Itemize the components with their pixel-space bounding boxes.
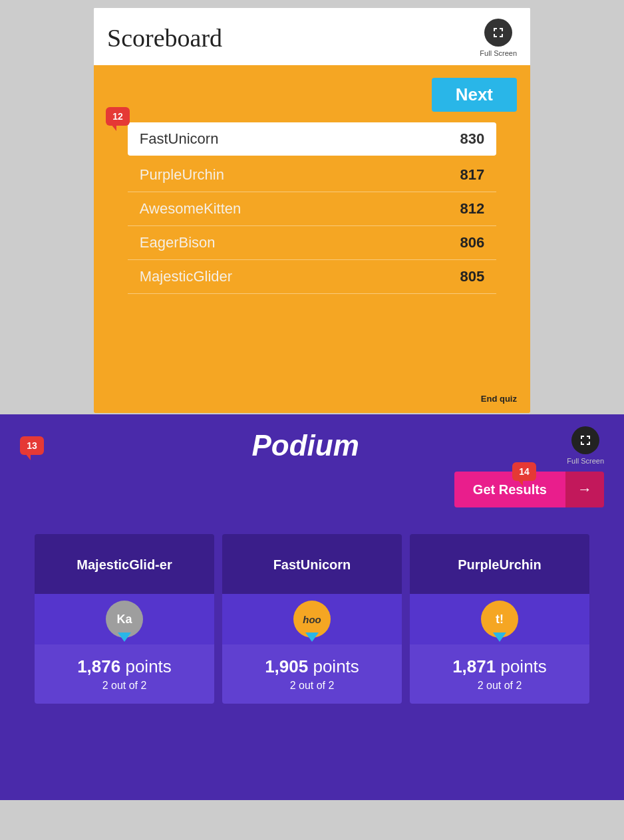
fullscreen-icon-podium xyxy=(571,426,599,454)
podium-out-of: 2 out of 2 xyxy=(229,680,395,692)
table-row: PurpleUrchin 817 xyxy=(128,158,496,192)
player-name: EagerBison xyxy=(140,234,216,251)
player-score: 817 xyxy=(460,166,484,184)
fullscreen-label-top: Full Screen xyxy=(480,49,517,57)
avatar: Ka xyxy=(106,601,143,638)
arrow-right-icon: → xyxy=(577,481,592,498)
medal-icon xyxy=(493,632,506,642)
next-button[interactable]: Next xyxy=(432,78,517,112)
table-row: EagerBison 806 xyxy=(128,226,496,260)
avatar-text: hoo xyxy=(303,614,321,625)
next-button-wrap: Next xyxy=(107,78,517,112)
badge-13: 13 xyxy=(20,436,44,455)
player-score: 806 xyxy=(460,234,484,251)
end-quiz-link[interactable]: End quiz xyxy=(481,394,517,404)
player-name: FastUnicorn xyxy=(140,130,219,148)
podium-points: 1,905 points xyxy=(229,656,395,677)
medal-icon xyxy=(118,632,131,642)
podium-title: Podium xyxy=(44,429,567,462)
podium-card-1st: FastUnicorn hoo 1,905 points 2 out of 2 xyxy=(222,534,402,704)
get-results-row: 14 Get Results → xyxy=(13,472,611,521)
fullscreen-button-podium[interactable]: Full Screen xyxy=(567,426,604,465)
podium-avatar-row: t! xyxy=(410,594,589,644)
player-score: 830 xyxy=(460,130,484,148)
badge-14: 14 xyxy=(512,462,536,481)
podium-card-2nd: MajesticGlid-er Ka 1,876 points 2 out of… xyxy=(35,534,214,704)
player-name: MajesticGlider xyxy=(140,268,232,285)
get-results-arrow-button[interactable]: → xyxy=(565,472,604,507)
fullscreen-button-top[interactable]: Full Screen xyxy=(480,19,517,57)
table-row: AwesomeKitten 812 xyxy=(128,192,496,226)
podium-avatar-row: hoo xyxy=(222,594,402,644)
scoreboard-title: Scoreboard xyxy=(107,23,222,53)
player-name: PurpleUrchin xyxy=(140,166,224,184)
table-row: MajesticGlider 805 xyxy=(128,260,496,294)
player-score: 812 xyxy=(460,200,484,217)
podium-out-of: 2 out of 2 xyxy=(41,680,208,692)
scoreboard-panel: Scoreboard Full Screen Next 12 FastUnico… xyxy=(92,7,532,414)
player-name: AwesomeKitten xyxy=(140,200,241,217)
podium-out-of: 2 out of 2 xyxy=(416,680,583,692)
avatar: hoo xyxy=(293,601,331,638)
badge-12: 12 xyxy=(106,107,130,126)
podium-card-3rd: PurpleUrchin t! 1,871 points 2 out of 2 xyxy=(410,534,589,704)
podium-player-name: FastUnicorn xyxy=(222,534,402,594)
podium-points: 1,871 points xyxy=(416,656,583,677)
score-table: FastUnicorn 830 PurpleUrchin 817 Awesome… xyxy=(128,122,496,294)
podium-player-name: PurpleUrchin xyxy=(410,534,589,594)
avatar-text: Ka xyxy=(116,613,132,627)
podium-avatar-row: Ka xyxy=(35,594,214,644)
fullscreen-label-podium: Full Screen xyxy=(567,457,604,465)
podium-cards: MajesticGlid-er Ka 1,876 points 2 out of… xyxy=(13,521,611,704)
scoreboard-body: Next 12 FastUnicorn 830 PurpleUrchin 817… xyxy=(94,67,530,413)
podium-points: 1,876 points xyxy=(41,656,208,677)
podium-score-box: 1,871 points 2 out of 2 xyxy=(410,644,589,704)
avatar-text: t! xyxy=(496,613,504,627)
medal-icon xyxy=(305,632,319,642)
podium-player-name: MajesticGlid-er xyxy=(35,534,214,594)
podium-score-box: 1,905 points 2 out of 2 xyxy=(222,644,402,704)
get-results-button[interactable]: Get Results xyxy=(454,472,565,507)
scoreboard-header: Scoreboard Full Screen xyxy=(94,8,530,67)
avatar: t! xyxy=(481,601,518,638)
podium-panel: 13 Podium Full Screen 14 Get Results → M… xyxy=(0,414,624,800)
table-row: FastUnicorn 830 xyxy=(128,122,496,156)
player-score: 805 xyxy=(460,268,484,285)
fullscreen-icon-top xyxy=(484,19,512,47)
podium-score-box: 1,876 points 2 out of 2 xyxy=(35,644,214,704)
